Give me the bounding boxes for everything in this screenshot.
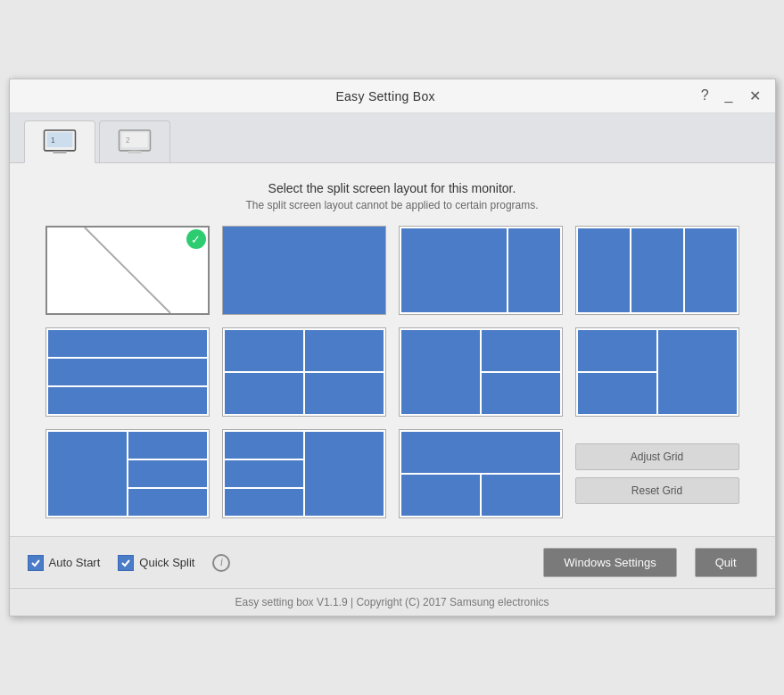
layout-item-10[interactable] [222, 429, 386, 518]
app-title: Easy Setting Box [74, 89, 697, 103]
quick-split-checkbox[interactable]: Quick Split [118, 555, 194, 571]
svg-text:2: 2 [126, 136, 130, 145]
quit-button[interactable]: Quit [695, 548, 757, 577]
svg-rect-4 [53, 151, 66, 153]
main-content: Select the split screen layout for this … [10, 163, 775, 536]
close-button[interactable]: ✕ [746, 87, 764, 104]
reset-grid-button[interactable]: Reset Grid [575, 477, 739, 504]
windows-settings-button[interactable]: Windows Settings [543, 548, 676, 577]
instruction-primary: Select the split screen layout for this … [45, 181, 739, 195]
side-buttons-area: Adjust Grid Reset Grid [575, 429, 739, 518]
title-bar: Easy Setting Box ? _ ✕ [10, 79, 775, 113]
svg-rect-9 [128, 151, 141, 153]
help-button[interactable]: ? [697, 87, 713, 104]
app-window: Easy Setting Box ? _ ✕ 1 2 [9, 79, 776, 616]
layout-item-9[interactable] [45, 429, 210, 518]
quick-split-label: Quick Split [139, 556, 194, 569]
layout-item-4[interactable] [575, 226, 739, 315]
tab-bar: 1 2 [10, 113, 775, 163]
layout-item-1[interactable]: ✓ [45, 226, 210, 315]
quick-split-checkbox-box[interactable] [118, 555, 134, 571]
selected-checkmark: ✓ [186, 229, 206, 249]
layout-item-11[interactable] [399, 429, 563, 518]
footer: Easy setting box V1.1.9 | Copyright (C) … [10, 588, 775, 616]
layout-item-7[interactable] [399, 327, 563, 417]
auto-start-label: Auto Start [49, 556, 101, 569]
layout-item-5[interactable] [45, 327, 210, 417]
minimize-button[interactable]: _ [722, 87, 737, 104]
tab-monitor-2[interactable]: 2 [99, 120, 170, 162]
adjust-grid-button[interactable]: Adjust Grid [575, 443, 739, 470]
footer-text: Easy setting box V1.1.9 | Copyright (C) … [235, 596, 549, 608]
instruction-block: Select the split screen layout for this … [45, 181, 739, 211]
auto-start-checkbox-box[interactable] [28, 555, 44, 571]
instruction-secondary: The split screen layout cannot be applie… [45, 199, 739, 211]
layout-item-3[interactable] [399, 226, 563, 315]
info-icon[interactable]: i [212, 554, 230, 572]
svg-text:1: 1 [51, 136, 55, 145]
layout-item-2[interactable] [222, 226, 386, 315]
layout-item-6[interactable] [222, 327, 386, 417]
auto-start-checkbox[interactable]: Auto Start [28, 555, 101, 571]
layout-item-8[interactable] [575, 327, 739, 417]
tab-monitor-1[interactable]: 1 [24, 120, 95, 163]
bottom-bar: Auto Start Quick Split i Windows Setting… [10, 536, 775, 588]
window-controls: ? _ ✕ [697, 87, 764, 104]
